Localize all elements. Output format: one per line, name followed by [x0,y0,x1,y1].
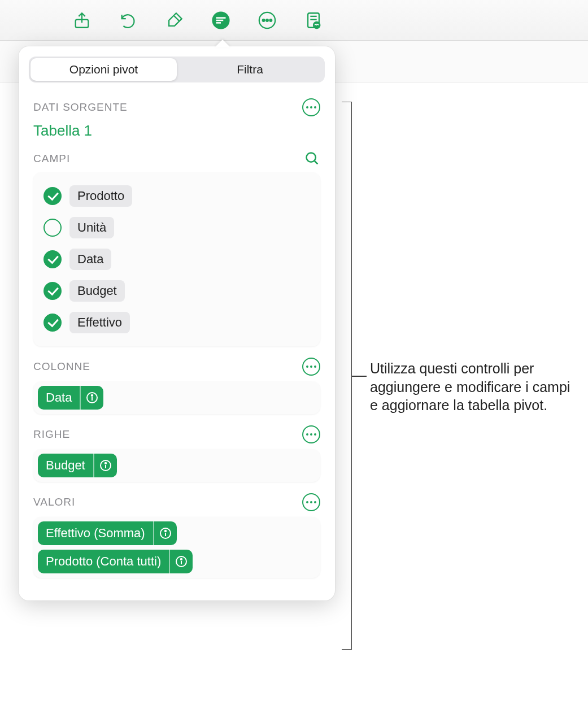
field-row[interactable]: Data [41,243,312,275]
rows-more-button[interactable] [302,425,320,443]
svg-rect-4 [216,22,221,24]
rows-section: RIGHE Budget [29,425,325,482]
search-icon[interactable] [304,151,320,167]
svg-point-18 [164,530,165,532]
row-chip[interactable]: Budget [38,454,117,477]
field-row[interactable]: Effettivo [41,307,312,338]
value-chip[interactable]: Effettivo (Somma) [38,521,177,545]
tab-pivot-options[interactable]: Opzioni pivot [31,58,177,81]
field-row[interactable]: Prodotto [41,180,312,212]
rows-label: RIGHE [33,428,70,441]
fields-section: CAMPI Prodotto Unità Data Budget Ef [29,151,325,346]
svg-rect-3 [216,19,224,21]
values-dropzone[interactable]: Effettivo (Somma) Prodotto (Conta tutti) [33,517,320,578]
columns-more-button[interactable] [302,358,320,376]
svg-point-16 [105,463,106,464]
info-icon[interactable] [169,550,193,573]
values-section: VALORI Effettivo (Somma) Prodotto (Conta… [29,493,325,578]
toolbar [0,0,588,41]
fields-label: CAMPI [33,153,70,165]
field-pill[interactable]: Prodotto [69,185,132,207]
callout-text: Utilizza questi controlli per aggiungere… [370,359,579,415]
columns-dropzone[interactable]: Data [33,381,320,414]
value-chip[interactable]: Prodotto (Conta tutti) [38,550,193,573]
values-more-button[interactable] [302,493,320,511]
svg-point-12 [307,153,316,162]
columns-section: COLONNE Data [29,358,325,414]
undo-icon[interactable] [111,5,146,36]
svg-rect-2 [216,17,226,19]
tab-control: Opzioni pivot Filtra [29,56,325,82]
columns-label: COLONNE [33,360,90,373]
svg-point-8 [270,19,272,21]
svg-point-6 [263,19,265,21]
format-brush-icon[interactable] [157,5,192,36]
column-chip[interactable]: Data [38,386,103,410]
info-icon[interactable] [153,521,177,545]
field-pill[interactable]: Unità [69,217,114,238]
popover-pointer [215,40,230,47]
document-preview-icon[interactable] [296,5,331,36]
share-icon[interactable] [64,5,99,36]
field-checkbox[interactable] [43,282,62,300]
field-pill[interactable]: Budget [69,280,125,302]
svg-point-7 [266,19,268,21]
source-table-name[interactable]: Tabella 1 [33,122,320,140]
info-icon[interactable] [80,386,103,410]
rows-dropzone[interactable]: Budget [33,449,320,482]
pivot-icon[interactable] [203,5,238,36]
field-checkbox[interactable] [43,250,62,268]
field-checkbox[interactable] [43,314,62,332]
callout-connector [352,376,367,377]
chip-label: Data [38,386,80,410]
tab-filter[interactable]: Filtra [177,58,323,81]
values-label: VALORI [33,496,75,508]
chip-label: Prodotto (Conta tutti) [38,550,169,573]
source-more-button[interactable] [302,98,320,116]
field-checkbox[interactable] [43,187,62,205]
field-row[interactable]: Unità [41,212,312,243]
fields-list: Prodotto Unità Data Budget Effettivo [33,172,320,346]
more-icon[interactable] [250,5,285,36]
field-pill[interactable]: Data [69,249,111,270]
pivot-options-popover: Opzioni pivot Filtra DATI SORGENTE Tabel… [19,46,335,600]
field-checkbox[interactable] [43,219,62,237]
svg-point-20 [181,559,182,560]
source-data-section: DATI SORGENTE Tabella 1 [29,98,325,140]
field-row[interactable]: Budget [41,275,312,307]
chip-label: Budget [38,454,93,477]
field-pill[interactable]: Effettivo [69,312,130,333]
source-data-label: DATI SORGENTE [33,101,128,114]
svg-point-14 [92,395,93,396]
callout-bracket [342,102,352,650]
chip-label: Effettivo (Somma) [38,521,153,545]
info-icon[interactable] [93,454,117,477]
